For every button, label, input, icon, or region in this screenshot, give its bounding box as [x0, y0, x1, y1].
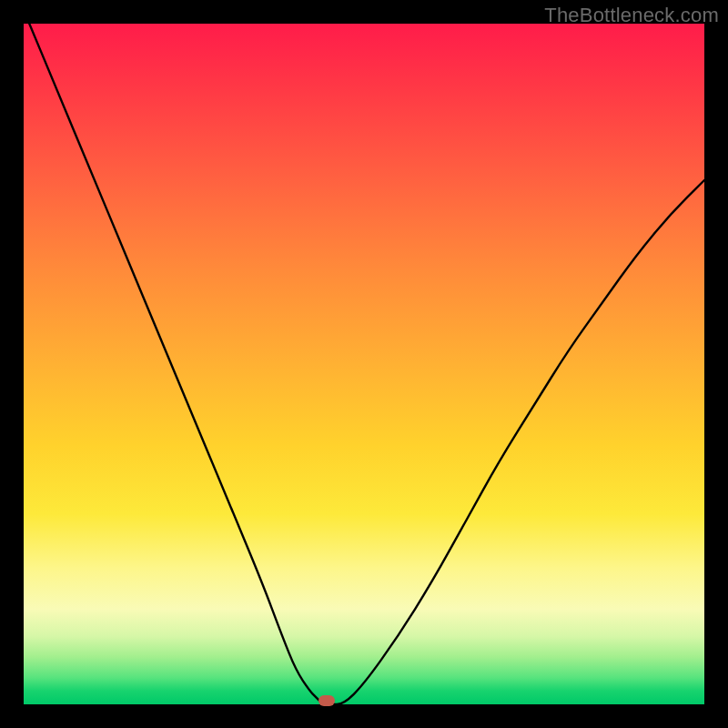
plot-area [24, 24, 704, 704]
valley-marker [318, 695, 335, 706]
chart-frame: TheBottleneck.com [0, 0, 728, 728]
bottleneck-curve [24, 24, 704, 704]
watermark-text: TheBottleneck.com [544, 4, 719, 27]
curve-path [24, 10, 704, 704]
